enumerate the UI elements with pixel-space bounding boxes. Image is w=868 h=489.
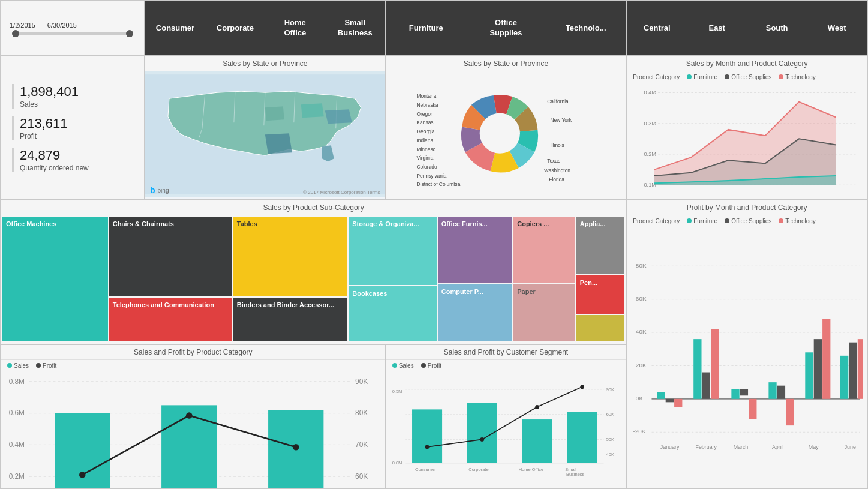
bar-seg-svg: 0.5M 0.0M 90K 60K 50K 40K <box>391 371 621 485</box>
line-chart-title: Sales by Month and Product Category <box>627 56 867 71</box>
treemap-paper[interactable]: Paper <box>513 284 575 341</box>
svg-text:60K: 60K <box>636 295 647 302</box>
svg-text:Kansas: Kansas <box>416 119 433 125</box>
bar-cat-legend-sales: Sales <box>7 362 29 369</box>
svg-rect-49 <box>657 392 665 399</box>
svg-text:Pennsylvania: Pennsylvania <box>416 173 446 179</box>
svg-text:June: June <box>845 444 856 450</box>
svg-text:California: California <box>547 98 569 104</box>
category-filter-panel: Furniture Office Supplies Technolo... <box>386 1 626 55</box>
svg-point-111 <box>480 437 484 442</box>
us-map-svg: UNITED STATES <box>145 71 385 197</box>
svg-point-2 <box>479 113 519 153</box>
donut-container[interactable]: Montana Nebraska Oregon Kansas Georgia I… <box>386 71 626 197</box>
treemap-bookcases[interactable]: Bookcases <box>349 286 436 340</box>
treemap-computer[interactable]: Computer P... <box>438 284 513 341</box>
svg-text:Home Office: Home Office <box>518 467 543 472</box>
dashboard: 1/2/2015 6/30/2015 Consumer Corporate Ho… <box>0 0 868 489</box>
kpi-profit-value: 213,611 <box>20 116 133 131</box>
kpi-quantity-label: Quantity ordered new <box>20 164 133 172</box>
region-central[interactable]: Central <box>627 1 687 55</box>
line-chart-panel: Sales by Month and Product Category Prod… <box>627 56 867 199</box>
svg-text:Colorado: Colorado <box>416 164 437 170</box>
profit-legend-furniture: Furniture <box>687 218 717 224</box>
bar-seg-area[interactable]: 0.5M 0.0M 90K 60K 50K 40K <box>386 371 626 488</box>
svg-rect-59 <box>777 386 785 399</box>
treemap-col-0: Office Machines <box>2 217 108 340</box>
treemap-tables[interactable]: Tables <box>233 217 347 296</box>
svg-text:February: February <box>696 444 717 450</box>
svg-text:50K: 50K <box>606 437 614 442</box>
svg-text:60K: 60K <box>606 412 614 417</box>
segment-corporate[interactable]: Corporate <box>205 1 265 55</box>
line-chart-legend: Product Category Furniture Office Suppli… <box>627 71 867 83</box>
segment-small-business[interactable]: Small Business <box>325 1 385 55</box>
bar-cat-title: Sales and Profit by Product Category <box>1 345 385 360</box>
treemap-container: Office Machines Chairs & Chairmats Telep… <box>1 215 626 341</box>
svg-text:Corporate: Corporate <box>468 467 488 472</box>
profit-bar-svg: 80K 60K 40K 20K 0K -20K <box>630 227 863 485</box>
start-date: 1/2/2015 <box>10 22 35 29</box>
category-technology[interactable]: Technolo... <box>546 1 626 55</box>
date-range-display: 1/2/2015 6/30/2015 <box>10 22 136 29</box>
svg-text:May: May <box>809 444 819 450</box>
segment-home-office[interactable]: Home Office <box>265 1 325 55</box>
donut-panel: Sales by State or Province <box>386 56 626 199</box>
treemap-other[interactable] <box>576 315 625 340</box>
svg-point-91 <box>186 412 193 419</box>
treemap-copiers[interactable]: Copiers ... <box>513 217 575 283</box>
svg-text:Illinois: Illinois <box>550 142 564 148</box>
region-east[interactable]: East <box>687 1 747 55</box>
svg-rect-106 <box>412 409 442 463</box>
treemap-appliances[interactable]: Applia... <box>576 217 625 274</box>
treemap-storage[interactable]: Storage & Organiza... <box>349 217 436 285</box>
category-office-supplies[interactable]: Office Supplies <box>466 1 546 55</box>
profit-chart-area[interactable]: 80K 60K 40K 20K 0K -20K <box>627 227 867 488</box>
treemap-office-machines[interactable]: Office Machines <box>2 217 108 340</box>
bar-seg-legend-sales: Sales <box>392 362 414 369</box>
treemap-title: Sales by Product Sub-Category <box>1 200 626 215</box>
kpi-panel: 1,898,401 Sales 213,611 Profit 24,879 Qu… <box>1 56 144 199</box>
svg-text:0.6M: 0.6M <box>9 409 25 417</box>
svg-text:0.2M: 0.2M <box>644 151 657 157</box>
svg-text:0.4M: 0.4M <box>644 89 657 95</box>
svg-text:Georgia: Georgia <box>416 128 434 134</box>
treemap-col-5: Copiers ... Paper <box>513 217 575 340</box>
bar-cat-area[interactable]: 0.8M 0.6M 0.4M 0.2M 0.0M 90K 80K 70K 60K <box>1 371 385 488</box>
map-title: Sales by State or Province <box>145 56 385 71</box>
svg-text:Nebraska: Nebraska <box>416 102 438 108</box>
svg-point-90 <box>79 472 86 478</box>
map-container[interactable]: UNITED STATES b bing © 2017 Microsoft Co… <box>145 71 385 197</box>
profit-legend-label: Product Category <box>633 218 680 224</box>
svg-rect-56 <box>740 389 748 396</box>
date-slider[interactable] <box>12 32 133 35</box>
svg-text:0.1M: 0.1M <box>644 182 657 188</box>
treemap-chairs[interactable]: Chairs & Chairmats <box>109 217 232 296</box>
svg-text:90K: 90K <box>606 386 614 392</box>
treemap-binders[interactable]: Binders and Binder Accessor... <box>233 298 347 341</box>
treemap-office-furnishings[interactable]: Office Furnis... <box>438 217 513 283</box>
legend-furniture: Furniture <box>687 74 717 80</box>
region-west[interactable]: West <box>807 1 867 55</box>
svg-rect-108 <box>522 419 552 463</box>
svg-text:-20K: -20K <box>633 428 646 435</box>
svg-text:April: April <box>772 444 783 450</box>
treemap-col-6: Applia... Pen... <box>576 217 625 340</box>
region-south[interactable]: South <box>747 1 807 55</box>
svg-rect-62 <box>814 339 822 399</box>
treemap-telephones[interactable]: Telephones and Communication <box>109 298 232 341</box>
category-furniture[interactable]: Furniture <box>386 1 466 55</box>
treemap-pens[interactable]: Pen... <box>576 275 625 314</box>
svg-rect-52 <box>694 339 702 399</box>
kpi-sales: 1,898,401 Sales <box>12 84 133 109</box>
bar-seg-legend-profit: Profit <box>421 362 441 369</box>
bar-cat-legend-profit: Profit <box>36 362 56 369</box>
segment-consumer[interactable]: Consumer <box>145 1 205 55</box>
svg-text:January: January <box>660 444 680 450</box>
treemap-col-1: Chairs & Chairmats Telephones and Commun… <box>109 217 232 340</box>
svg-text:Virginia: Virginia <box>416 155 433 161</box>
svg-text:District of Columbia: District of Columbia <box>416 181 460 187</box>
line-chart-area[interactable]: 0.4M 0.3M 0.2M 0.1M Janu <box>627 83 867 199</box>
svg-rect-65 <box>849 343 857 399</box>
donut-title: Sales by State or Province <box>386 56 626 71</box>
